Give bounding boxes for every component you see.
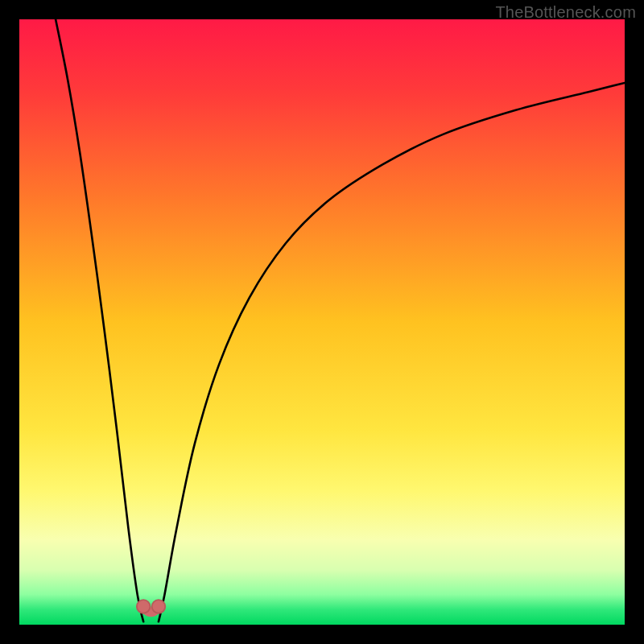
curve-left-branch [56, 19, 143, 621]
outer-frame: TheBottleneck.com [0, 0, 644, 644]
watermark-label: TheBottleneck.com [495, 3, 636, 22]
valley-marker-left [137, 600, 151, 613]
chart-curves [19, 19, 625, 625]
plot-area [19, 19, 625, 625]
curve-right-branch [159, 83, 625, 621]
valley-marker-right [152, 600, 166, 613]
